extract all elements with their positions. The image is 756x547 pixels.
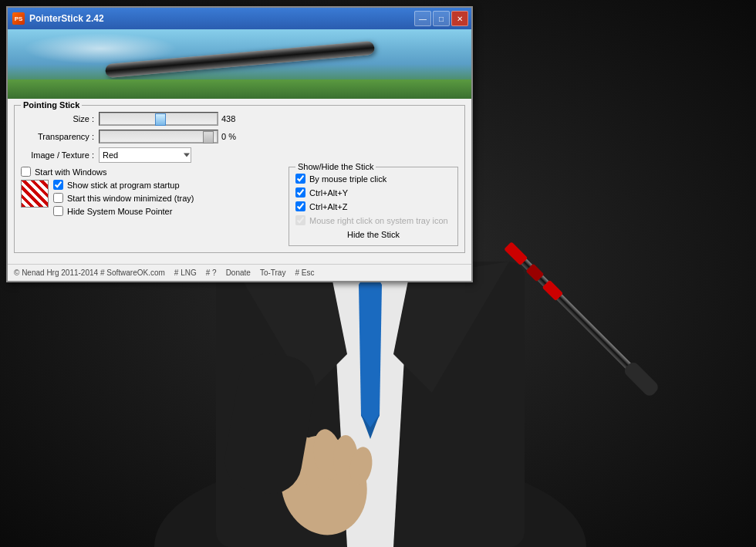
transparency-slider-container: 0 % <box>99 130 248 144</box>
title-bar-buttons: — □ ✕ <box>414 11 468 26</box>
tray-click-row: Mouse right click on system tray icon <box>295 215 451 225</box>
triple-click-label: By mouse triple click <box>309 174 386 184</box>
show-hide-group: Show/Hide the Stick By mouse triple clic… <box>289 167 458 246</box>
ctrl-alt-y-label: Ctrl+Alt+Y <box>309 188 348 198</box>
pointing-stick-legend: Pointing Stick <box>21 100 82 110</box>
ctrl-alt-z-label: Ctrl+Alt+Z <box>309 202 348 211</box>
application-window: PS PointerStick 2.42 — □ ✕ Pointing Stic… <box>6 6 473 282</box>
start-with-windows-label: Start with Windows <box>35 167 107 177</box>
transparency-slider[interactable] <box>99 130 218 144</box>
size-label: Size : <box>21 114 94 123</box>
texture-row: Image / Texture : Red Blue Green Black W… <box>21 147 458 163</box>
close-button[interactable]: ✕ <box>451 11 468 26</box>
size-slider-container: 438 <box>99 112 248 126</box>
maximize-button[interactable]: □ <box>433 11 450 26</box>
show-stick-startup-row: Show stick at program startup <box>53 180 194 190</box>
donate-link[interactable]: Donate <box>226 268 251 277</box>
triple-click-checkbox[interactable] <box>295 174 305 184</box>
main-content: Pointing Stick Size : 438 Transparency : <box>8 99 471 264</box>
start-with-windows-checkbox[interactable] <box>21 167 31 177</box>
show-stick-startup-label: Show stick at program startup <box>67 181 180 190</box>
ctrl-alt-y-row: Ctrl+Alt+Y <box>295 187 451 198</box>
hide-stick-button[interactable]: Hide the Stick <box>347 230 400 239</box>
left-col: Start with Windows Show stick at program… <box>21 167 282 246</box>
window-title: PointerStick 2.42 <box>29 13 104 24</box>
app-icon-small <box>21 180 49 208</box>
svg-rect-18 <box>623 360 660 398</box>
banner-image <box>8 29 471 99</box>
esc-link[interactable]: # Esc <box>295 268 314 277</box>
two-col-layout: Start with Windows Show stick at program… <box>21 167 458 246</box>
pointing-stick-group: Pointing Stick Size : 438 Transparency : <box>14 105 465 253</box>
hide-mouse-pointer-row: Hide System Mouse Pointer <box>53 206 194 216</box>
lng-link[interactable]: # LNG <box>174 268 197 277</box>
transparency-slider-track <box>100 130 218 143</box>
texture-dropdown-container: Red Blue Green Black White <box>99 147 191 163</box>
transparency-value: 0 % <box>221 132 248 141</box>
size-slider[interactable] <box>99 112 218 126</box>
start-minimized-checkbox[interactable] <box>53 193 63 203</box>
transparency-label: Transparency : <box>21 132 94 141</box>
start-with-windows-row: Start with Windows <box>21 167 282 177</box>
hide-stick-row: Hide the Stick <box>295 230 451 239</box>
title-bar-left: PS PointerStick 2.42 <box>12 12 104 25</box>
ctrl-alt-z-row: Ctrl+Alt+Z <box>295 201 451 211</box>
transparency-slider-thumb[interactable] <box>203 131 214 144</box>
transparency-row: Transparency : 0 % <box>21 130 458 144</box>
start-minimized-row: Start this window minimized (tray) <box>53 193 194 203</box>
triple-click-row: By mouse triple click <box>295 174 451 184</box>
icon-checkboxes-row: Show stick at program startup Start this… <box>21 180 282 219</box>
ctrl-alt-y-checkbox[interactable] <box>295 187 305 198</box>
size-row: Size : 438 <box>21 112 458 126</box>
size-slider-track <box>100 113 218 125</box>
tray-link[interactable]: To-Tray <box>260 268 286 277</box>
tray-click-checkbox <box>295 215 305 225</box>
hide-mouse-pointer-checkbox[interactable] <box>53 206 63 216</box>
show-stick-startup-checkbox[interactable] <box>53 180 63 190</box>
svg-marker-3 <box>359 265 382 431</box>
size-value: 438 <box>221 114 248 123</box>
copyright-text: © Nenad Hrg 2011-2014 # SoftwareOK.com <box>14 268 165 277</box>
title-bar: PS PointerStick 2.42 — □ ✕ <box>8 8 471 29</box>
texture-label: Image / Texture : <box>21 150 94 160</box>
size-slider-thumb[interactable] <box>155 113 166 126</box>
minimize-button[interactable]: — <box>414 11 431 26</box>
tray-click-label: Mouse right click on system tray icon <box>309 216 448 225</box>
bottom-bar: © Nenad Hrg 2011-2014 # SoftwareOK.com #… <box>8 264 471 281</box>
start-minimized-label: Start this window minimized (tray) <box>67 194 194 203</box>
app-icon: PS <box>12 12 25 25</box>
texture-dropdown[interactable]: Red Blue Green Black White <box>99 147 191 163</box>
help-link[interactable]: # ? <box>206 268 217 277</box>
checkboxes-block: Show stick at program startup Start this… <box>53 180 194 219</box>
ctrl-alt-z-checkbox[interactable] <box>295 201 305 211</box>
hide-mouse-pointer-label: Hide System Mouse Pointer <box>67 207 172 216</box>
show-hide-legend: Show/Hide the Stick <box>295 162 376 171</box>
